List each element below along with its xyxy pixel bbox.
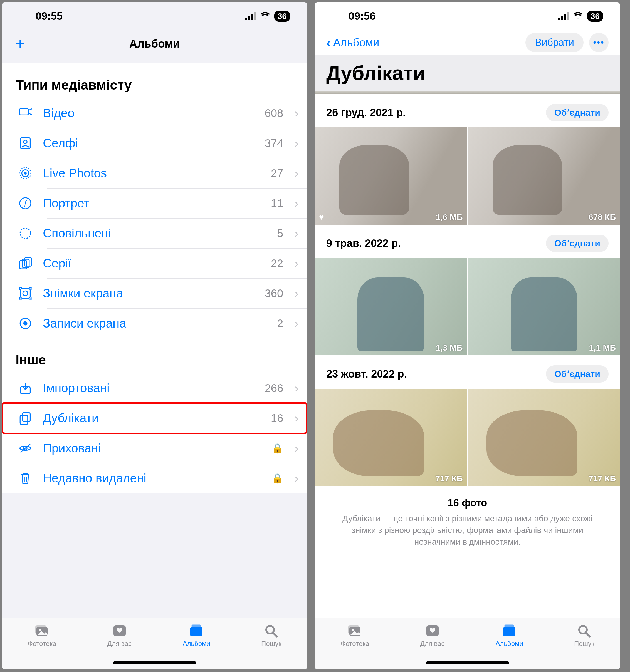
nav-bar: ‹ Альбоми Вибрати •••: [315, 30, 620, 55]
row-count: 22: [271, 257, 283, 270]
nav-bar: + Альбоми: [2, 30, 307, 58]
tab-foryou[interactable]: Для вас: [420, 623, 445, 648]
chevron-right-icon: ›: [294, 256, 299, 270]
chevron-right-icon: ›: [294, 381, 299, 395]
page-title: Дублікати: [326, 62, 609, 85]
duplicate-group: 26 груд. 2021 р.Обʼєднати♥1,6 МБ678 КБ: [315, 94, 620, 225]
select-button[interactable]: Вибрати: [526, 33, 584, 52]
photo-thumbnail[interactable]: 1,3 МБ: [315, 258, 467, 355]
photo-thumbnail[interactable]: 717 КБ: [468, 389, 620, 486]
screenrec-icon: [16, 316, 35, 331]
file-size-label: 1,1 МБ: [589, 343, 616, 353]
right-screen: 09:56 36 ‹ Альбоми Вибрати ••• Дублікати…: [315, 2, 620, 670]
duplicate-group: 9 трав. 2022 р.Обʼєднати1,3 МБ1,1 МБ: [315, 225, 620, 355]
wifi-icon: [573, 11, 583, 22]
left-screen: 09:55 36 + Альбоми Типи медіавмісту Віде…: [2, 2, 307, 670]
section-header-media: Типи медіавмісту: [2, 58, 307, 98]
list-row[interactable]: Приховані🔒›: [2, 433, 307, 463]
status-indicators: 36: [558, 10, 603, 22]
merge-button[interactable]: Обʼєднати: [546, 235, 609, 252]
row-count: 374: [265, 137, 283, 150]
row-count: 11: [271, 197, 283, 210]
plus-icon: +: [16, 36, 25, 52]
cellular-icon: [558, 12, 569, 20]
row-label: Знімки екрана: [43, 286, 257, 300]
back-button[interactable]: ‹ Альбоми: [326, 34, 379, 51]
cellular-icon: [245, 12, 256, 20]
wifi-icon: [260, 11, 270, 22]
tab-foryou[interactable]: Для вас: [107, 623, 132, 648]
list-row[interactable]: Імпортовані266›: [2, 373, 307, 403]
row-label: Сповільнені: [43, 226, 269, 240]
status-time: 09:56: [349, 10, 375, 22]
tab-label: Пошук: [261, 640, 281, 648]
tab-label: Фототека: [341, 640, 369, 648]
list-row[interactable]: Записи екрана2›: [2, 308, 307, 338]
list-row[interactable]: Серії22›: [2, 248, 307, 278]
nav-title: Альбоми: [129, 38, 180, 50]
list-row[interactable]: Знімки екрана360›: [2, 278, 307, 308]
file-size-label: 1,6 МБ: [436, 212, 463, 222]
status-bar: 09:55 36: [2, 2, 307, 30]
file-size-label: 717 КБ: [435, 474, 463, 483]
tab-bar: ФототекаДля васАльбомиПошук: [315, 618, 620, 670]
selfie-icon: [16, 136, 35, 151]
row-label: Недавно видалені: [43, 471, 264, 485]
large-title-row: Дублікати: [315, 55, 620, 91]
video-icon: [16, 105, 35, 121]
tab-label: Пошук: [574, 640, 594, 648]
tab-label: Для вас: [107, 640, 132, 648]
chevron-right-icon: ›: [294, 226, 299, 240]
chevron-right-icon: ›: [294, 196, 299, 210]
nav-actions: Вибрати •••: [526, 33, 609, 52]
lock-icon: 🔒: [272, 473, 283, 484]
footer-count: 16 фото: [332, 497, 603, 509]
list-row[interactable]: Портрет11›: [2, 188, 307, 218]
tab-bar: ФототекаДля васАльбомиПошук: [2, 618, 307, 670]
list-row[interactable]: Дублікати16›: [2, 403, 307, 433]
row-label: Live Photos: [43, 166, 263, 180]
group-date: 9 трав. 2022 р.: [326, 237, 401, 249]
photo-thumbnail[interactable]: 1,1 МБ: [468, 258, 620, 355]
add-button[interactable]: +: [16, 36, 25, 52]
list-row[interactable]: Селфі374›: [2, 128, 307, 158]
merge-button[interactable]: Обʼєднати: [546, 365, 609, 383]
footer-info: 16 фотоДублікати — це точні копії з різн…: [315, 486, 620, 556]
list-row[interactable]: Live Photos27›: [2, 158, 307, 188]
file-size-label: 678 КБ: [588, 212, 616, 222]
screenshot-icon: [16, 286, 35, 301]
tab-search[interactable]: Пошук: [574, 623, 594, 648]
group-date: 23 жовт. 2022 р.: [326, 368, 407, 380]
photo-thumbnail[interactable]: 678 КБ: [468, 127, 620, 225]
file-size-label: 1,3 МБ: [436, 343, 463, 353]
tab-albums[interactable]: Альбоми: [496, 623, 523, 648]
row-label: Відео: [43, 106, 257, 120]
tab-label: Альбоми: [183, 640, 211, 648]
tab-search[interactable]: Пошук: [261, 623, 281, 648]
list-row[interactable]: Відео608›: [2, 98, 307, 128]
row-count: 608: [265, 107, 283, 120]
duplicates-content: 26 груд. 2021 р.Обʼєднати♥1,6 МБ678 КБ9 …: [315, 94, 620, 618]
slowmo-icon: [16, 225, 35, 241]
duplicates-icon: [16, 410, 35, 426]
merge-button[interactable]: Обʼєднати: [546, 104, 609, 121]
tab-library[interactable]: Фототека: [341, 623, 369, 648]
home-indicator: [426, 662, 509, 665]
list-row[interactable]: Сповільнені5›: [2, 218, 307, 248]
battery-indicator: 36: [587, 10, 603, 22]
photo-thumbnail[interactable]: ♥1,6 МБ: [315, 127, 467, 225]
tab-albums[interactable]: Альбоми: [183, 623, 211, 648]
row-label: Імпортовані: [43, 381, 257, 395]
row-count: 266: [265, 382, 283, 394]
chevron-left-icon: ‹: [326, 34, 331, 51]
more-button[interactable]: •••: [589, 33, 609, 52]
row-label: Серії: [43, 256, 263, 270]
tab-library[interactable]: Фототека: [28, 623, 56, 648]
list-row[interactable]: Недавно видалені🔒›: [2, 463, 307, 493]
row-count: 16: [271, 412, 283, 425]
chevron-right-icon: ›: [294, 471, 299, 485]
livephotos-icon: [16, 165, 35, 181]
photo-thumbnail[interactable]: 717 КБ: [315, 389, 467, 486]
chevron-right-icon: ›: [294, 136, 299, 150]
other-list: Імпортовані266›Дублікати16›Приховані🔒›Не…: [2, 373, 307, 493]
